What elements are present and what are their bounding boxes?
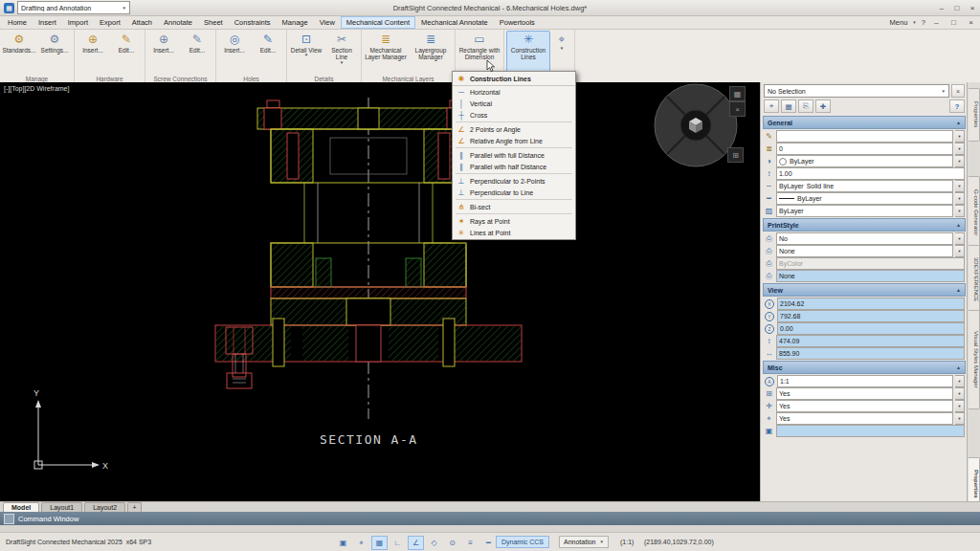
annotation-scale-field[interactable]: 1:1: [777, 375, 953, 387]
annotation-scale-selector[interactable]: Annotation ▼: [559, 536, 609, 548]
holes-edit-button[interactable]: ✎ Edit...: [252, 31, 284, 74]
center-z-field[interactable]: 0.00: [777, 322, 965, 335]
menu-item-perpendicular-to-2-points[interactable]: ⊥ Perpendicular to 2-Points: [453, 175, 575, 187]
center-y-field[interactable]: 792.68: [777, 310, 965, 322]
printstyle-field[interactable]: No: [776, 232, 953, 245]
section-header-general[interactable]: General ▲: [763, 116, 966, 129]
line-weight-field[interactable]: ByLayer: [776, 192, 953, 205]
chevron-down-icon[interactable]: ▼: [955, 143, 965, 155]
palette-close-icon[interactable]: ×: [729, 101, 746, 117]
chevron-down-icon[interactable]: ▼: [955, 400, 965, 412]
grid-icon[interactable]: ▦: [371, 536, 388, 550]
menu-item-vertical[interactable]: │ Vertical: [453, 98, 575, 109]
screw-insert-button[interactable]: ⊕ Insert...: [147, 31, 180, 74]
line-scale-field[interactable]: 1.00: [776, 167, 965, 180]
command-window-bar[interactable]: Command Window: [0, 512, 980, 525]
lineweight-icon[interactable]: ━: [480, 536, 497, 550]
menu-tab-attach[interactable]: Attach: [126, 16, 158, 29]
chevron-down-icon[interactable]: ▼: [955, 130, 965, 143]
ortho-icon[interactable]: ∠: [408, 536, 424, 550]
line-color-field[interactable]: ByLayer: [776, 155, 953, 167]
menu-tab-mechanical-annotate[interactable]: Mechanical Annotate: [415, 16, 494, 29]
printstyle-location-field[interactable]: None: [776, 270, 965, 282]
palette-pin-icon[interactable]: ▦: [729, 86, 746, 101]
menu-item-rays-at-point[interactable]: ✶ Rays at Point: [453, 215, 575, 227]
snap-icon[interactable]: ∟: [390, 536, 406, 550]
doc-minimize-button[interactable]: –: [930, 17, 943, 28]
centerlines-button[interactable]: ⌖ ▼: [551, 31, 572, 74]
section-line-button[interactable]: ✂ Section Line ▼: [324, 31, 359, 74]
menu-item-cross[interactable]: ┼ Cross: [453, 109, 575, 121]
menu-item-construction-lines[interactable]: ✳ Construction Lines: [453, 73, 575, 86]
height-field[interactable]: 474.09: [776, 335, 965, 347]
palette-close-button[interactable]: ×: [951, 84, 965, 98]
chevron-down-icon[interactable]: ▼: [955, 205, 965, 217]
chevron-down-icon[interactable]: ▼: [955, 180, 965, 192]
standards-button[interactable]: ⚙ Standards...: [2, 31, 36, 74]
chevron-down-icon[interactable]: ▼: [955, 192, 965, 205]
chevron-down-icon[interactable]: ▼: [955, 155, 965, 167]
dynamic-ccs-button[interactable]: Dynamic CCS: [496, 536, 549, 548]
section-header-printstyle[interactable]: PrintStyle ▲: [763, 218, 966, 231]
display-ucs-field[interactable]: Yes: [776, 400, 953, 412]
transparency-field[interactable]: ByLayer: [776, 205, 953, 217]
menu-tab-manage[interactable]: Manage: [277, 16, 314, 29]
menu-tab-view[interactable]: View: [314, 16, 341, 29]
chevron-down-icon[interactable]: ▼: [955, 412, 965, 425]
menu-item-2-points-or-angle[interactable]: ∠ 2 Points or Angle: [453, 123, 575, 135]
pointer-select-icon[interactable]: ⌖: [353, 536, 369, 550]
entity-track-icon[interactable]: ≡: [462, 536, 479, 550]
section-header-view[interactable]: View ▲: [763, 283, 966, 297]
menu-button[interactable]: Menu: [890, 18, 908, 27]
drawing-canvas[interactable]: [-][Top][2D Wireframe] ▦ × ⊞: [0, 82, 760, 501]
entity-snap-icon[interactable]: ⊙: [444, 536, 460, 550]
printstyle-table-field[interactable]: None: [776, 245, 953, 257]
tab-visual-styles-manager[interactable]: Visual Styles Manager: [969, 310, 980, 409]
navigation-wheel[interactable]: [655, 84, 737, 166]
holes-insert-button[interactable]: ◎ Insert...: [218, 31, 251, 74]
line-style-field[interactable]: ByLayer Solid line: [776, 180, 953, 192]
menu-tab-import[interactable]: Import: [62, 16, 94, 29]
viewport-label[interactable]: [-][Top][2D Wireframe]: [4, 85, 69, 92]
selection-combo[interactable]: No Selection ▼: [764, 84, 949, 98]
menu-tab-home[interactable]: Home: [2, 16, 33, 29]
menu-item-horizontal[interactable]: ─ Horizontal: [453, 86, 575, 98]
section-header-misc[interactable]: Misc ▲: [763, 361, 966, 374]
minimize-button[interactable]: –: [934, 1, 949, 14]
help-button[interactable]: ?: [922, 18, 925, 27]
chevron-down-icon[interactable]: ▼: [955, 245, 965, 257]
close-button[interactable]: ×: [965, 1, 980, 14]
screw-edit-button[interactable]: ✎ Edit...: [181, 31, 213, 74]
tab-gcode-generator[interactable]: G-code Generator: [969, 176, 980, 249]
chevron-down-icon[interactable]: ▼: [955, 375, 965, 387]
mechanical-layer-manager-button[interactable]: ≣ Mechanical Layer Manager: [364, 31, 408, 74]
menu-tab-insert[interactable]: Insert: [33, 16, 62, 29]
menu-item-perpendicular-to-line[interactable]: ⊥ Perpendicular to Line: [453, 187, 575, 198]
menu-tab-mechanical-content[interactable]: Mechanical Content: [341, 16, 415, 29]
detail-view-button[interactable]: ⊡ Detail View ▼: [289, 31, 323, 74]
screen-icon[interactable]: ▣: [335, 536, 351, 550]
hardware-edit-button[interactable]: ✎ Edit...: [110, 31, 143, 74]
tab-properties[interactable]: Properties: [969, 88, 980, 142]
hardware-insert-button[interactable]: ⊕ Insert...: [77, 31, 109, 74]
menu-tab-constraints[interactable]: Constraints: [229, 16, 277, 29]
name-field[interactable]: [776, 130, 953, 143]
pickadd-toggle-button[interactable]: ✚: [815, 99, 831, 113]
ucs-per-viewport-field[interactable]: Yes: [776, 387, 953, 400]
tab-3dexperience[interactable]: 3DEXPERIENCE: [969, 245, 980, 314]
chevron-down-icon[interactable]: ▼: [955, 387, 965, 400]
menu-item-lines-at-point[interactable]: ✳ Lines at Point: [453, 227, 575, 238]
center-x-field[interactable]: 2104.62: [777, 298, 965, 310]
help-button[interactable]: ?: [949, 99, 965, 113]
menu-tab-annotate[interactable]: Annotate: [158, 16, 198, 29]
polar-icon[interactable]: ◇: [426, 536, 442, 550]
workspace-selector[interactable]: Drafting and Annotation ▼: [17, 1, 130, 14]
settings-button[interactable]: ⚙ Settings...: [37, 31, 72, 74]
layer-field[interactable]: 0: [776, 143, 953, 155]
menu-tab-powertools[interactable]: Powertools: [494, 16, 541, 29]
select-entities-button[interactable]: ⌖: [764, 99, 779, 113]
copy-properties-button[interactable]: ⎘: [798, 99, 813, 113]
width-field[interactable]: 855.90: [776, 347, 965, 360]
doc-restore-button[interactable]: □: [947, 17, 960, 28]
chevron-down-icon[interactable]: ▼: [955, 232, 965, 245]
